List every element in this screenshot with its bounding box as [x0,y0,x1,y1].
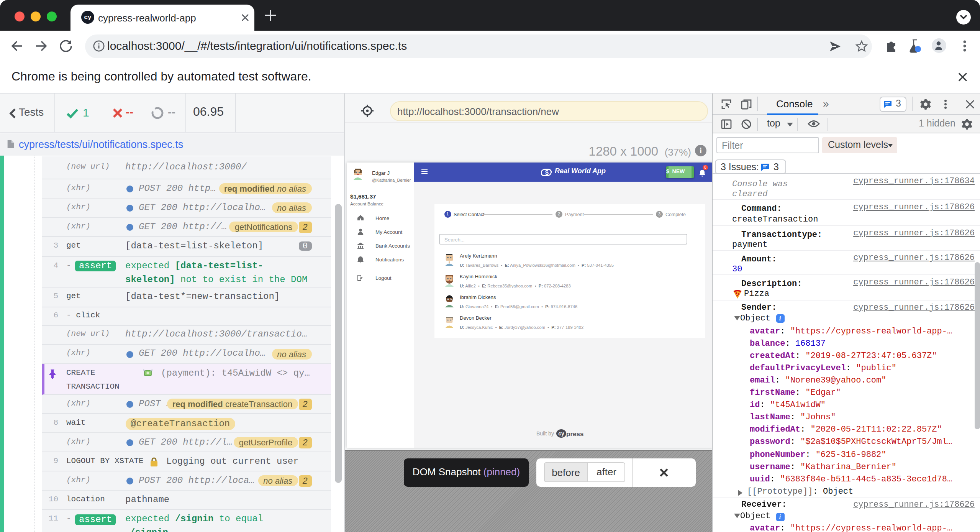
svg-text:$: $ [545,169,548,176]
